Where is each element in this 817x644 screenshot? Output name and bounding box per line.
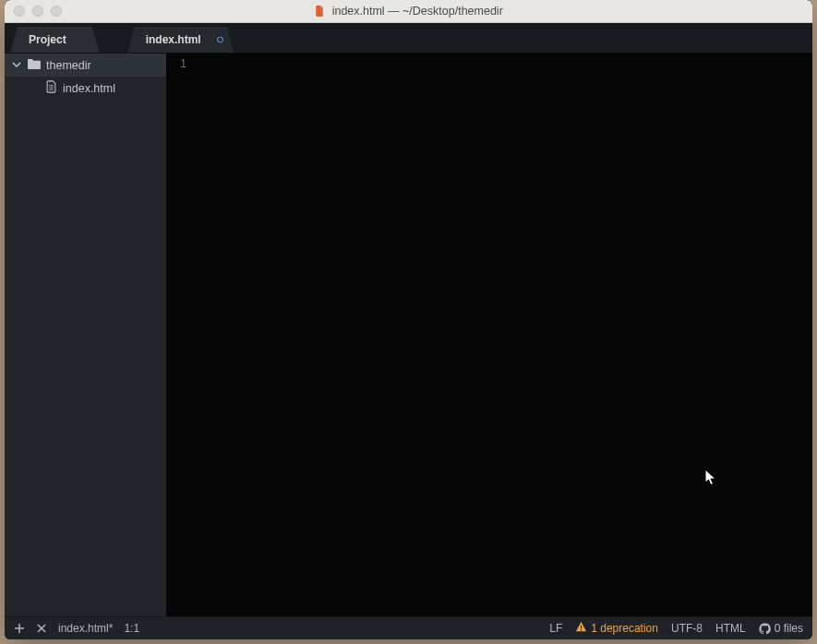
svg-rect-1: [581, 629, 582, 630]
status-git-text: 0 files: [775, 622, 803, 635]
zoom-window-button[interactable]: [51, 6, 62, 17]
status-language[interactable]: HTML: [715, 622, 746, 635]
close-window-button[interactable]: [14, 6, 25, 17]
folder-icon: [27, 58, 41, 73]
tab-project-label: Project: [29, 33, 66, 46]
tree-file-label: index.html: [63, 82, 115, 95]
new-file-button[interactable]: [14, 623, 25, 634]
main-area: themedir index.html 1: [5, 54, 812, 616]
warning-icon: [575, 621, 587, 636]
status-git[interactable]: 0 files: [759, 622, 803, 635]
html-file-icon: [314, 6, 325, 17]
minimize-window-button[interactable]: [32, 6, 43, 17]
editor[interactable]: 1: [166, 54, 812, 616]
window-title: index.html — ~/Desktop/themedir: [5, 5, 812, 18]
window-title-text: index.html — ~/Desktop/themedir: [332, 5, 503, 18]
tab-file-label: index.html: [146, 33, 201, 46]
status-deprecation[interactable]: 1 deprecation: [575, 621, 658, 636]
app-window: index.html — ~/Desktop/themedir Project …: [5, 0, 812, 639]
status-file-name[interactable]: index.html*: [58, 622, 113, 635]
github-icon: [759, 623, 771, 635]
tree-file-index[interactable]: index.html: [5, 77, 166, 100]
line-gutter: 1: [166, 54, 196, 616]
modified-indicator-icon[interactable]: [217, 37, 223, 43]
tab-project[interactable]: Project: [10, 27, 100, 53]
document-icon: [45, 80, 57, 96]
status-line-ending[interactable]: LF: [549, 622, 562, 635]
svg-rect-0: [581, 626, 582, 629]
tree-folder-themedir[interactable]: themedir: [5, 54, 166, 77]
status-cursor-position[interactable]: 1:1: [124, 622, 139, 635]
titlebar: index.html — ~/Desktop/themedir: [5, 0, 812, 23]
line-number: 1: [166, 57, 186, 70]
status-deprecation-text: 1 deprecation: [591, 622, 658, 635]
tab-bar: Project index.html: [5, 23, 812, 54]
tab-file[interactable]: index.html: [127, 27, 234, 53]
tree-folder-label: themedir: [46, 59, 91, 72]
status-encoding[interactable]: UTF-8: [671, 622, 703, 635]
status-bar: index.html* 1:1 LF 1 deprecation UTF-8 H…: [5, 616, 812, 639]
code-area[interactable]: [196, 54, 812, 616]
project-sidebar[interactable]: themedir index.html: [5, 54, 166, 616]
close-file-button[interactable]: [36, 623, 47, 634]
chevron-down-icon: [12, 59, 21, 72]
traffic-lights: [14, 6, 62, 17]
